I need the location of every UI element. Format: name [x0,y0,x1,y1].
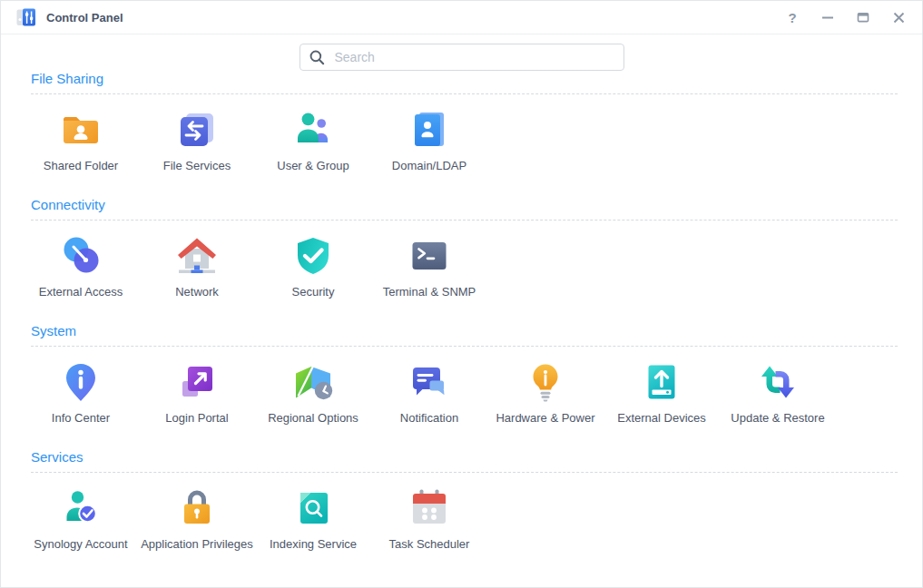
app-item-regional-options[interactable]: Regional Options [255,360,371,426]
app-item-label: Notification [400,410,458,426]
app-item-label: Application Privileges [141,536,253,552]
app-item-label: Hardware & Power [496,410,594,426]
app-item-label: External Access [39,284,123,299]
info-map-pin-icon [59,360,103,404]
maximize-icon[interactable] [856,10,870,24]
app-item-label: Synology Account [34,536,127,552]
app-item-label: Shared Folder [44,158,118,173]
app-item-info-center[interactable]: Info Center [23,360,139,426]
search-row [1,44,922,71]
section-file-sharing: File Sharing Shared Folder [31,71,898,197]
external-drive-eject-icon [640,360,683,404]
app-item-label: Indexing Service [270,536,357,552]
chat-bubbles-icon [407,360,451,404]
app-item-notification[interactable]: Notification [371,360,487,426]
app-item-application-privileges[interactable]: Application Privileges [139,486,255,552]
app-item-external-access[interactable]: External Access [23,234,139,299]
search-input[interactable] [333,49,615,65]
app-item-domain-ldap[interactable]: Domain/LDAP [371,108,487,173]
app-item-label: Info Center [52,410,110,426]
cycle-arrows-icon [756,360,800,404]
section-connectivity: Connectivity External Access [31,197,898,323]
app-item-terminal-snmp[interactable]: Terminal & SNMP [371,234,487,299]
control-panel-app-icon [15,6,37,28]
app-item-indexing-service[interactable]: Indexing Service [255,486,371,552]
app-item-file-services[interactable]: File Services [139,108,255,173]
titlebar: Control Panel ? [1,1,922,34]
section-row: Info Center Login Portal [23,347,898,449]
padlock-icon [175,486,219,530]
domain-ldap-book-icon [407,108,451,152]
app-item-label: File Services [163,158,231,173]
section-title: File Sharing [31,71,898,94]
login-portal-arrow-icon [175,360,219,404]
app-item-label: Update & Restore [731,410,824,426]
close-icon[interactable] [891,10,906,24]
section-title: System [31,323,898,347]
map-clock-icon [291,360,335,404]
terminal-prompt-icon [407,234,451,278]
app-item-label: Domain/LDAP [392,158,466,173]
section-row: External Access Network [23,220,898,323]
app-item-label: External Devices [617,410,706,426]
app-item-task-scheduler[interactable]: Task Scheduler [371,486,487,552]
app-item-user-group[interactable]: User & Group [255,108,371,173]
minimize-icon[interactable] [820,10,835,24]
search-box[interactable] [299,44,624,71]
section-title: Connectivity [31,197,898,220]
shared-folder-icon [59,108,103,152]
app-item-label: Terminal & SNMP [383,284,476,299]
search-icon [309,49,326,66]
app-item-label: Security [292,284,335,299]
section-services: Services Synology Account [31,449,898,575]
section-row: Synology Account Application Privileges [23,473,898,575]
app-item-security[interactable]: Security [255,234,371,299]
window-title: Control Panel [46,11,123,24]
file-services-arrows-icon [175,108,219,152]
app-item-update-restore[interactable]: Update & Restore [720,360,836,426]
lightbulb-icon [524,360,567,404]
app-item-login-portal[interactable]: Login Portal [139,360,255,426]
app-item-network[interactable]: Network [139,234,255,299]
account-check-badge-icon [59,486,103,530]
app-item-label: Regional Options [268,410,358,426]
calendar-icon [407,486,451,530]
section-system: System Info Center [31,323,898,449]
app-item-label: Network [175,284,219,299]
network-house-icon [175,234,219,278]
app-item-label: User & Group [277,158,349,173]
security-shield-check-icon [291,234,335,278]
window-controls: ? [785,10,906,24]
app-item-shared-folder[interactable]: Shared Folder [23,108,139,173]
app-item-label: Login Portal [165,410,228,426]
help-icon[interactable]: ? [785,10,800,24]
document-search-icon [291,486,335,530]
section-title: Services [31,449,898,473]
external-access-dial-icon [59,234,103,278]
app-item-hardware-power[interactable]: Hardware & Power [487,360,604,426]
user-group-icon [291,108,335,152]
section-row: Shared Folder File Services [23,94,898,197]
app-item-synology-account[interactable]: Synology Account [23,486,139,552]
app-item-external-devices[interactable]: External Devices [604,360,720,426]
app-item-label: Task Scheduler [389,536,470,552]
